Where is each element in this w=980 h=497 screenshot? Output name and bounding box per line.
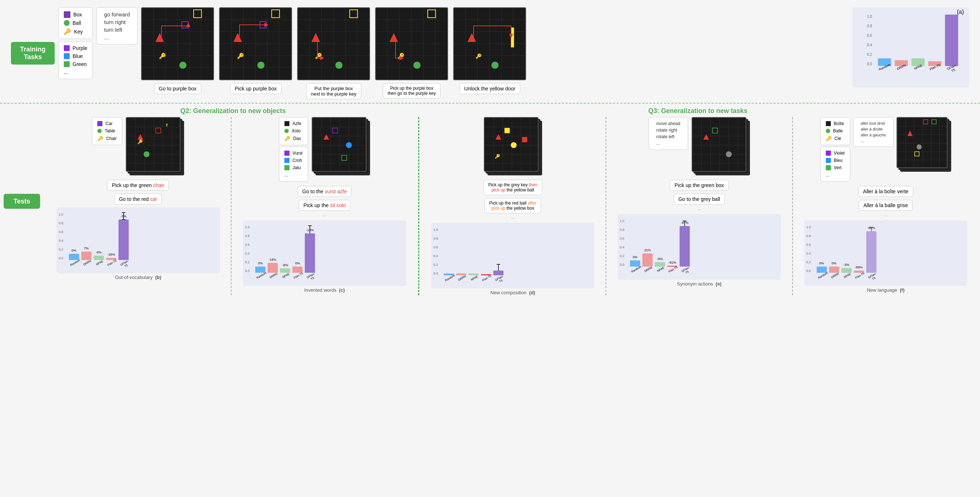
box-icon	[64, 11, 70, 18]
violet-swatch	[826, 151, 831, 156]
q2-label: Q2: Generalization to new objects	[48, 107, 418, 117]
x-d-flan: Flan-T5	[482, 274, 494, 285]
top-games-row: 🔑 Go to purple box	[141, 7, 849, 99]
section-b: Car Table 🔑Chair	[48, 117, 229, 280]
svg-rect-11	[182, 22, 188, 28]
bleu-label: Bleu	[834, 158, 843, 163]
bar-fill	[866, 231, 877, 273]
y-0.2: 0.2	[867, 53, 872, 57]
section-b-caption: Out-of-vocabulary (b)	[115, 275, 161, 280]
ball-icon	[64, 20, 70, 26]
game-grid-1: 🔑	[141, 7, 214, 80]
boite-label: Boîte	[834, 121, 844, 126]
svg-rect-140	[932, 119, 936, 124]
bar-c-drrn: 14%	[267, 263, 278, 273]
game-stack-b: 🔑 y	[126, 117, 184, 175]
bar-fill	[945, 14, 958, 66]
section-d-top: 🔑	[484, 117, 542, 175]
commands-box: go forward turn right turn left ...	[96, 7, 137, 45]
game-grid-5: 🔑	[453, 7, 526, 80]
legend-c-objects: Azfe Xolo 🔑Dax	[279, 117, 308, 145]
svg-point-98	[346, 142, 352, 148]
hl-vurst: vurst azfe	[325, 188, 347, 194]
top-chart: (a) 1.0 0.8 0.6 0.4 0.2 0.0	[853, 7, 969, 88]
task-label-5: Unlock the yellow door	[460, 83, 520, 94]
task-f-2: Aller à la balle grise	[859, 200, 913, 211]
svg-point-57	[414, 62, 421, 69]
more-label: ...	[64, 69, 68, 75]
main-divider-q2-q3	[418, 117, 419, 295]
highlight-car: car	[150, 196, 157, 202]
svg-rect-82	[156, 128, 161, 133]
table-label: Table	[105, 128, 115, 134]
x-e-random: Random	[631, 266, 643, 276]
hl-after: after	[528, 201, 536, 205]
task-labels-f: Aller à la boîte verte Aller à la balle …	[858, 185, 913, 217]
error-cap	[870, 227, 873, 228]
task-d-1: Pick up the grey key thenpick up the yel…	[484, 180, 542, 195]
svg-marker-85	[137, 134, 143, 140]
x-c-npae: NPAE	[281, 272, 293, 283]
legend-f-colors: Violet Bleu Vert ...	[820, 147, 850, 182]
cmd-forward: go forward	[104, 11, 130, 18]
x-e-npae: NPAE	[655, 266, 668, 276]
section-f: Boîte Balle 🔑Clé Violet Bleu Vert ...	[795, 117, 976, 293]
error-cap	[308, 225, 312, 226]
svg-rect-142	[915, 152, 919, 156]
task-labels-b: Pick up the green chair Go to the red ca…	[107, 178, 169, 205]
hl-pickup2: pick up	[492, 205, 505, 211]
cmd-e-4: ...	[656, 141, 680, 146]
game-grid-b: 🔑 y	[126, 117, 180, 172]
error-bar	[498, 264, 499, 271]
bar-fill	[81, 252, 92, 260]
svg-point-83	[144, 151, 150, 157]
task-e-2: Go to the grey ball	[674, 194, 725, 205]
legend-c-colors: Vurst Croh Jatu ...	[279, 147, 308, 182]
svg-rect-99	[342, 155, 347, 161]
section-f-caption: New language (f)	[867, 287, 905, 293]
top-legend-colors: Purple Blue Green ...	[58, 41, 92, 79]
x-b-drrn: DRRN	[82, 259, 94, 270]
task-d-2: Pick up the red ball afterpick up the ye…	[485, 198, 541, 213]
cmd-left: turn left	[104, 27, 130, 33]
task-labels-e: Pick up the green box Go to the grey bal…	[670, 178, 729, 211]
task-labels-d: Pick up the grey key thenpick up the yel…	[484, 178, 542, 220]
x-f-random: Random	[817, 272, 829, 283]
section-b-top: Car Table 🔑Chair	[92, 117, 184, 175]
x-f-gflan: GFlan-T5	[867, 272, 879, 283]
game-stack-e	[692, 117, 750, 175]
y-0.8: 0.8	[867, 24, 872, 28]
svg-marker-115	[495, 134, 501, 140]
y-1.0: 1.0	[867, 14, 872, 19]
task-e-1: Pick up the green box	[670, 180, 729, 191]
bar-gflan-top	[945, 14, 958, 66]
game-cell-3: 🔑 Put the purple boxnext to the purple k…	[297, 7, 370, 99]
game-stack-f	[897, 117, 951, 172]
training-label: Training Tasks	[11, 42, 55, 65]
task-f-1: Aller à la boîte verte	[858, 186, 913, 197]
svg-text:🔑: 🔑	[476, 53, 482, 59]
bar-fill	[305, 233, 315, 273]
x-d-gflan: GFlan-T5	[494, 274, 506, 285]
svg-point-71	[492, 62, 499, 69]
car-icon	[97, 121, 102, 126]
cmd-right: turn right	[104, 19, 130, 25]
error-cap-top	[122, 212, 126, 213]
task-label-4: Pick up the purple boxthen go to the pur…	[383, 83, 441, 99]
game-cell-2: 🔑 Pick up purple box	[219, 7, 292, 94]
key-icon: 🔑	[64, 28, 71, 35]
svg-marker-41	[312, 33, 320, 42]
x-d-drrn: DRRN	[457, 274, 469, 285]
svg-text:🔑: 🔑	[495, 153, 500, 159]
purple-label: Purple	[73, 45, 87, 51]
svg-point-14	[180, 62, 187, 69]
bar-fill	[118, 220, 129, 260]
bar-e-drrn: 21%	[643, 253, 652, 266]
commands-e: move ahead rotate right rotate left ...	[649, 117, 688, 150]
x-b-gflan: GFlan-T5	[119, 259, 131, 270]
y-0.0: 0.0	[867, 62, 872, 66]
svg-marker-100	[323, 134, 329, 140]
error-bar	[123, 212, 124, 220]
x-b-npae: NPAE	[94, 259, 107, 270]
svg-marker-69	[468, 33, 477, 42]
